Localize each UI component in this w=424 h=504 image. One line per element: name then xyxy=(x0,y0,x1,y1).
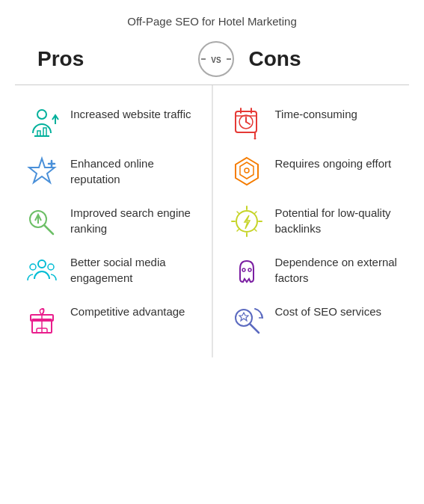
effort-icon xyxy=(227,153,266,191)
cons-column: Time-consuming Requires ongoing effort xyxy=(212,85,410,357)
advantage-icon xyxy=(22,301,61,339)
svg-line-42 xyxy=(250,324,259,333)
svg-line-36 xyxy=(254,229,256,231)
item-text: Potential for low-quality backlinks xyxy=(275,202,402,236)
list-item: Improved search engine ranking xyxy=(22,202,197,241)
svg-point-1 xyxy=(37,110,46,119)
ranking-icon xyxy=(22,202,61,241)
svg-point-13 xyxy=(30,264,36,270)
vs-badge: VS xyxy=(198,41,234,77)
pros-heading: Pros xyxy=(15,47,198,71)
item-text: Time-consuming xyxy=(275,103,357,122)
svg-marker-43 xyxy=(239,313,248,321)
svg-text:VS: VS xyxy=(211,56,221,64)
page-title: Off-Page SEO for Hotel Marketing xyxy=(15,15,409,28)
list-item: Cost of SEO services xyxy=(227,301,402,339)
item-text: Improved search engine ranking xyxy=(70,202,197,236)
time-icon xyxy=(227,103,266,142)
svg-point-29 xyxy=(245,168,249,173)
svg-point-12 xyxy=(38,260,46,268)
item-text: Better social media engagement xyxy=(70,251,197,286)
item-text: Cost of SEO services xyxy=(275,301,382,319)
svg-point-39 xyxy=(242,268,245,271)
traffic-icon xyxy=(22,103,61,142)
item-text: Requires ongoing effort xyxy=(275,153,392,171)
cons-heading: Cons xyxy=(234,47,410,71)
backlinks-icon xyxy=(227,202,266,241)
cost-icon xyxy=(227,301,266,339)
item-text: Competitive advantage xyxy=(70,301,185,319)
svg-rect-4 xyxy=(43,128,46,136)
item-text: Enhanced online reputation xyxy=(70,153,197,187)
svg-line-21 xyxy=(246,122,250,124)
list-item: Enhanced online reputation xyxy=(22,153,197,191)
svg-rect-3 xyxy=(37,131,40,136)
svg-line-10 xyxy=(44,225,53,234)
list-item: Requires ongoing effort xyxy=(227,153,402,191)
dependence-icon xyxy=(227,251,266,290)
list-item: Better social media engagement xyxy=(22,251,197,290)
svg-line-38 xyxy=(237,229,239,231)
header-row: Pros VS Cons xyxy=(15,41,409,77)
item-text: Increased website traffic xyxy=(70,103,191,122)
svg-point-23 xyxy=(254,138,256,140)
svg-line-37 xyxy=(254,212,256,214)
list-item: Time-consuming xyxy=(227,103,402,142)
svg-point-14 xyxy=(48,264,54,270)
svg-marker-28 xyxy=(240,162,254,179)
svg-line-35 xyxy=(237,212,239,214)
social-icon xyxy=(22,251,61,290)
reputation-icon xyxy=(22,153,61,191)
vertical-divider xyxy=(212,85,212,357)
item-text: Dependence on external factors xyxy=(275,251,402,286)
list-item: Potential for low-quality backlinks xyxy=(227,202,402,241)
list-item: Competitive advantage xyxy=(22,301,197,339)
svg-point-40 xyxy=(248,268,251,271)
list-item: Increased website traffic xyxy=(22,103,197,142)
pros-column: Increased website traffic Enhanced onlin… xyxy=(15,85,212,357)
content-area: Increased website traffic Enhanced onlin… xyxy=(15,85,409,357)
list-item: Dependence on external factors xyxy=(227,251,402,290)
main-container: Off-Page SEO for Hotel Marketing Pros VS… xyxy=(0,0,424,380)
